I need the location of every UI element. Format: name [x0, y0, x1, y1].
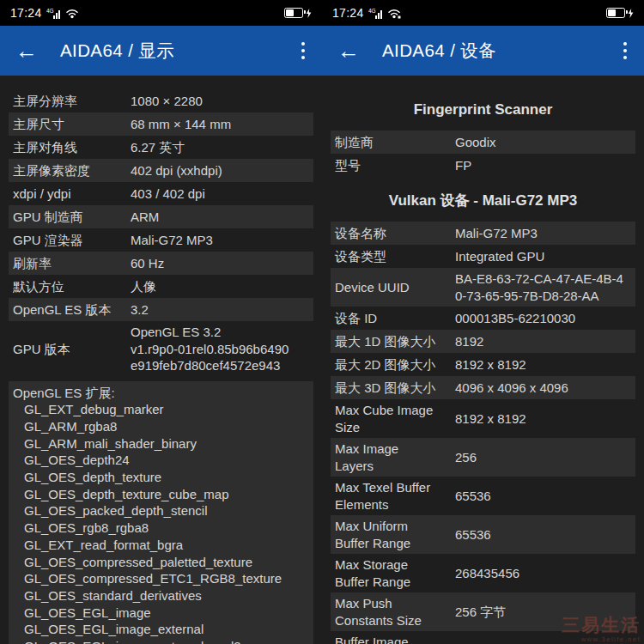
extension-item: GL_OES_compressed_paletted_texture: [13, 554, 309, 571]
spec-label: Max Push Constants Size: [335, 595, 455, 629]
wifi-icon: [387, 8, 401, 19]
overflow-menu-icon[interactable]: [300, 36, 307, 64]
spec-label: Buffer Image Granularity: [335, 634, 455, 644]
spec-row: Max Storage Buffer Range 268435456: [331, 554, 635, 592]
spec-row: 刷新率 60 Hz: [9, 252, 313, 275]
extension-item: GL_OES_depth_texture_cube_map: [13, 486, 309, 503]
extension-item: GL_OES_EGL_image: [13, 605, 309, 622]
spec-value: 4096 x 4096 x 4096: [455, 380, 631, 397]
spec-row: 默认方位 人像: [9, 275, 313, 298]
spec-value: 6.27 英寸: [131, 139, 309, 156]
extension-item: GL_EXT_debug_marker: [13, 401, 309, 418]
app-bar-device: ← AIDA64 / 设备: [322, 26, 644, 76]
extension-item: GL_OES_EGL_image_external_essl3: [13, 638, 309, 644]
spec-row: 最大 2D 图像大小 8192 x 8192: [331, 353, 635, 376]
spec-label: 最大 2D 图像大小: [335, 356, 455, 374]
clock-text: 17:24: [10, 6, 42, 20]
charging-bolt-icon: [628, 9, 634, 18]
spec-label: 型号: [335, 157, 455, 174]
spec-label: Max Image Layers: [335, 440, 455, 474]
screen-device: 17:24 4G: [322, 0, 644, 644]
extension-item: GL_OES_rgb8_rgba8: [13, 519, 309, 537]
extension-item: GL_OES_packed_depth_stencil: [13, 502, 309, 519]
spec-label: OpenGL ES 版本: [13, 301, 131, 319]
spec-value: 256: [455, 449, 631, 466]
display-info-list[interactable]: 主屏分辨率 1080 × 2280 主屏尺寸 68 mm × 144 mm 主屏…: [0, 76, 322, 644]
spec-label: xdpi / ydpi: [13, 185, 131, 203]
spec-value: 000013B5-62210030: [455, 310, 631, 327]
spec-row: 设备 ID 000013B5-62210030: [331, 307, 635, 330]
status-bar-left: 17:24 4G: [0, 0, 322, 26]
back-arrow-icon[interactable]: ←: [337, 39, 360, 62]
spec-value: 403 / 402 dpi: [131, 185, 309, 203]
spec-label: 最大 3D 图像大小: [335, 380, 455, 397]
spec-label: 制造商: [335, 134, 455, 151]
spec-row: 设备名称 Mali-G72 MP3: [331, 222, 635, 245]
spec-label: 最大 1D 图像大小: [335, 333, 455, 350]
spec-label: GPU 版本: [13, 341, 131, 358]
spec-row: GPU 渲染器 Mali-G72 MP3: [9, 228, 313, 252]
spec-value: 268435456: [455, 565, 631, 582]
spec-value: BA-E8-63-72-CA-47-AE-4B-4 0-73-65-95-7B-…: [455, 270, 631, 304]
spec-row: 设备类型 Integrated GPU: [331, 245, 635, 268]
section-header-vulkan: Vulkan 设备 - Mali-G72 MP3: [332, 191, 634, 210]
spec-row: xdpi / ydpi 403 / 402 dpi: [9, 182, 313, 205]
spec-value: Goodix: [455, 134, 631, 151]
spec-label: Max Texel Buffer Elements: [335, 479, 455, 513]
spec-label: 设备 ID: [335, 310, 455, 327]
extension-item: GL_ARM_rgba8: [13, 418, 309, 435]
clock-text: 17:24: [332, 6, 364, 20]
svg-text:4G: 4G: [368, 8, 376, 14]
spec-value: Mali-G72 MP3: [131, 232, 309, 249]
spec-value: 8192: [455, 333, 631, 350]
spec-value: 60 Hz: [131, 255, 309, 272]
spec-label: 主屏尺寸: [13, 116, 131, 133]
spec-label: 主屏分辨率: [13, 93, 131, 110]
extension-item: GL_OES_compressed_ETC1_RGB8_texture: [13, 570, 309, 587]
spec-row: 型号 FP: [331, 154, 635, 177]
battery-icon: [284, 8, 303, 18]
spec-row: Max Push Constants Size 256 字节: [331, 592, 635, 631]
spec-label: 主屏对角线: [13, 139, 131, 156]
spec-value: FP: [455, 157, 631, 174]
opengl-extensions-panel: OpenGL ES 扩展: GL_EXT_debug_marker GL_ARM…: [9, 381, 313, 644]
cellular-signal-icon: 4G: [46, 8, 62, 19]
spec-label: 设备类型: [335, 248, 455, 265]
spec-row: 最大 3D 图像大小 4096 x 4096 x 4096: [331, 376, 635, 399]
spec-row: OpenGL ES 版本 3.2: [9, 298, 313, 321]
device-info-list[interactable]: Fingerprint Scanner 制造商 Goodix 型号 FP Vul…: [322, 76, 644, 644]
spec-value: 人像: [131, 278, 309, 295]
screenshot-pair: 17:24 4G: [0, 0, 644, 644]
app-bar-display: ← AIDA64 / 显示: [0, 26, 322, 76]
extension-item: GL_OES_depth_texture: [13, 469, 309, 486]
spec-row: Max Uniform Buffer Range 65536: [331, 515, 635, 554]
spec-label: Max Storage Buffer Range: [335, 556, 455, 590]
spec-row: Max Cube Image Size 8192 x 8192: [331, 399, 635, 438]
extension-item: GL_OES_standard_derivatives: [13, 587, 309, 605]
page-title: AIDA64 / 显示: [60, 39, 174, 63]
spec-label: GPU 制造商: [13, 209, 131, 226]
spec-value: 256 字节: [455, 604, 631, 621]
spec-label: 设备名称: [335, 225, 455, 242]
extension-item: GL_ARM_mali_shader_binary: [13, 435, 309, 453]
section-header-fingerprint: Fingerprint Scanner: [332, 101, 634, 118]
spec-value: OpenGL ES 3.2 v1.r9p0-01rel0.85b96b6490 …: [131, 324, 309, 374]
spec-value: ARM: [131, 209, 309, 226]
spec-row: 最大 1D 图像大小 8192: [331, 330, 635, 353]
svg-text:4G: 4G: [46, 8, 54, 14]
spec-row: 制造商 Goodix: [331, 131, 635, 154]
spec-label: 默认方位: [13, 278, 131, 295]
spec-value: 8192 x 8192: [455, 356, 631, 374]
spec-label: Device UUID: [335, 279, 455, 296]
extension-item: GL_OES_depth24: [13, 452, 309, 469]
page-title: AIDA64 / 设备: [382, 39, 496, 63]
spec-row: GPU 制造商 ARM: [9, 205, 313, 228]
spec-value: Mali-G72 MP3: [455, 225, 631, 242]
back-arrow-icon[interactable]: ←: [15, 39, 38, 62]
spec-value: 68 mm × 144 mm: [131, 116, 309, 133]
battery-icon: [606, 8, 625, 18]
extension-item: GL_EXT_read_format_bgra: [13, 537, 309, 554]
spec-value: 65536: [455, 488, 631, 505]
spec-value: 3.2: [131, 301, 309, 319]
overflow-menu-icon[interactable]: [622, 36, 629, 64]
